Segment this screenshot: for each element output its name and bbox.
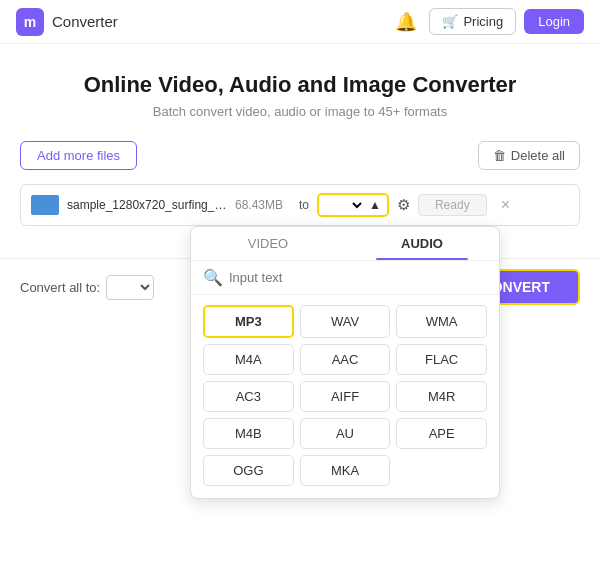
file-area: sample_1280x720_surfing_with_a... 68.43M…	[20, 184, 580, 226]
main-content: Online Video, Audio and Image Converter …	[0, 44, 600, 252]
close-file-button[interactable]: ×	[501, 196, 510, 214]
tab-video[interactable]: VIDEO	[191, 227, 345, 260]
logo-icon: m	[16, 8, 44, 36]
convert-all-group: Convert all to:	[20, 275, 154, 300]
tab-audio[interactable]: AUDIO	[345, 227, 499, 260]
format-btn-au[interactable]: AU	[300, 418, 391, 449]
format-btn-wav[interactable]: WAV	[300, 305, 391, 338]
toolbar: Add more files 🗑 Delete all	[20, 141, 580, 170]
chevron-up-icon: ▲	[369, 198, 381, 212]
header-right: 🔔 🛒 Pricing Login	[391, 7, 584, 37]
file-thumbnail	[31, 195, 59, 215]
format-btn-aiff[interactable]: AIFF	[300, 381, 391, 412]
format-grid: MP3WAVWMAM4AAACFLACAC3AIFFM4RM4BAUAPEOGG…	[191, 295, 499, 498]
format-btn-wma[interactable]: WMA	[396, 305, 487, 338]
format-search-bar: 🔍	[191, 261, 499, 295]
format-btn-m4b[interactable]: M4B	[203, 418, 294, 449]
gear-button[interactable]: ⚙	[397, 196, 410, 214]
format-btn-m4r[interactable]: M4R	[396, 381, 487, 412]
file-size: 68.43MB	[235, 198, 283, 212]
page-subtitle: Batch convert video, audio or image to 4…	[20, 104, 580, 119]
format-btn-mp3[interactable]: MP3	[203, 305, 294, 338]
convert-all-select[interactable]	[106, 275, 154, 300]
ready-badge: Ready	[418, 194, 487, 216]
format-select[interactable]	[325, 197, 365, 213]
login-button[interactable]: Login	[524, 9, 584, 34]
format-btn-aac[interactable]: AAC	[300, 344, 391, 375]
format-search-input[interactable]	[229, 270, 487, 285]
format-btn-m4a[interactable]: M4A	[203, 344, 294, 375]
convert-all-label: Convert all to:	[20, 280, 100, 295]
format-btn-flac[interactable]: FLAC	[396, 344, 487, 375]
file-row: sample_1280x720_surfing_with_a... 68.43M…	[20, 184, 580, 226]
format-btn-ac3[interactable]: AC3	[203, 381, 294, 412]
header: m Converter 🔔 🛒 Pricing Login	[0, 0, 600, 44]
to-label: to	[299, 198, 309, 212]
add-more-files-button[interactable]: Add more files	[20, 141, 137, 170]
format-picker: VIDEO AUDIO 🔍 MP3WAVWMAM4AAACFLACAC3AIFF…	[190, 226, 500, 499]
delete-all-button[interactable]: 🗑 Delete all	[478, 141, 580, 170]
format-btn-ogg[interactable]: OGG	[203, 455, 294, 486]
app-title: Converter	[52, 13, 118, 30]
file-name: sample_1280x720_surfing_with_a...	[67, 198, 227, 212]
format-btn-mka[interactable]: MKA	[300, 455, 391, 486]
format-tabs: VIDEO AUDIO	[191, 227, 499, 261]
format-btn-ape[interactable]: APE	[396, 418, 487, 449]
pricing-button[interactable]: 🛒 Pricing	[429, 8, 516, 35]
cart-icon: 🛒	[442, 14, 458, 29]
page-title: Online Video, Audio and Image Converter	[20, 72, 580, 98]
trash-icon: 🗑	[493, 148, 506, 163]
bell-icon: 🔔	[395, 12, 417, 32]
bell-button[interactable]: 🔔	[391, 7, 421, 37]
header-left: m Converter	[16, 8, 118, 36]
search-icon: 🔍	[203, 268, 223, 287]
format-select-wrapper[interactable]: ▲	[317, 193, 389, 217]
